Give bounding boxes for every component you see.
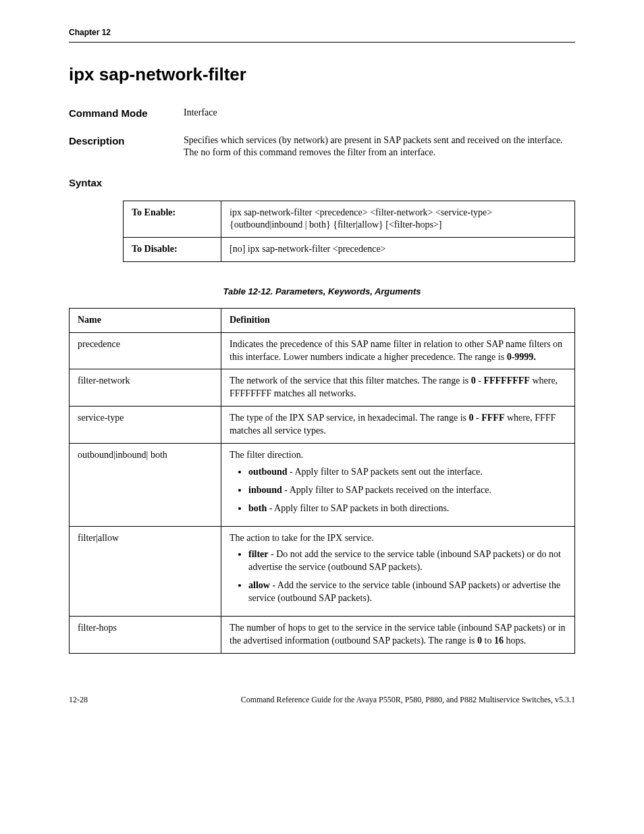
text-bold: 16	[494, 635, 504, 646]
description-value: Specifies which services (by network) ar…	[184, 134, 575, 160]
command-mode-label: Command Mode	[69, 107, 184, 120]
text-bold: outbound	[248, 467, 288, 477]
text: -	[474, 413, 482, 423]
text: to	[482, 635, 494, 646]
text-bold: 0-9999.	[507, 352, 536, 362]
param-def: The network of the service that this fil…	[221, 369, 575, 407]
list-item: both - Apply filter to SAP packets in bo…	[248, 502, 566, 515]
footer-page-number: 12-28	[69, 694, 88, 705]
text: - Do not add the service to the service …	[248, 549, 561, 572]
text: - Apply filter to SAP packets in both di…	[267, 503, 449, 513]
syntax-enable-label: To Enable:	[124, 201, 221, 238]
table-caption: Table 12-12. Parameters, Keywords, Argum…	[69, 286, 575, 298]
param-def: Indicates the precedence of this SAP nam…	[221, 332, 575, 369]
text: - Apply filter to SAP packets received o…	[282, 485, 491, 495]
list-item: inbound - Apply filter to SAP packets re…	[248, 484, 566, 497]
description-label: Description	[69, 134, 184, 148]
text-bold: both	[248, 503, 267, 513]
table-row: To Enable: ipx sap-network-filter <prece…	[124, 201, 575, 238]
syntax-enable-value: ipx sap-network-filter <precedence> <fil…	[221, 201, 575, 238]
list-item: outbound - Apply filter to SAP packets s…	[248, 466, 566, 479]
page-footer: 12-28 Command Reference Guide for the Av…	[69, 694, 575, 705]
text: The network of the service that this fil…	[230, 375, 471, 386]
table-row: filter-hops The number of hops to get to…	[70, 617, 575, 654]
col-header-definition: Definition	[221, 308, 575, 332]
table-header-row: Name Definition	[70, 308, 575, 332]
text: The type of the IPX SAP service, in hexa…	[230, 413, 469, 423]
bullet-list: outbound - Apply filter to SAP packets s…	[230, 466, 566, 515]
text-bold: 0	[471, 375, 476, 386]
param-name: filter|allow	[70, 526, 221, 616]
text: - Apply filter to SAP packets sent out t…	[288, 467, 483, 477]
syntax-label: Syntax	[69, 176, 575, 190]
param-name: precedence	[70, 332, 221, 369]
text-bold: 0	[469, 413, 474, 423]
params-table: Name Definition precedence Indicates the…	[69, 308, 575, 654]
table-row: outbound|inbound| both The filter direct…	[70, 444, 575, 527]
text-bold: inbound	[248, 485, 282, 495]
list-item: allow - Add the service to the service t…	[248, 579, 566, 605]
param-def: The type of the IPX SAP service, in hexa…	[221, 407, 575, 444]
param-name: outbound|inbound| both	[70, 444, 221, 527]
syntax-table: To Enable: ipx sap-network-filter <prece…	[123, 201, 575, 263]
text: hops.	[504, 635, 526, 646]
text-bold: FFFF	[481, 413, 504, 423]
chapter-header: Chapter 12	[69, 27, 575, 43]
param-def: The action to take for the IPX service. …	[221, 526, 575, 616]
text: The filter direction.	[230, 450, 303, 460]
text-bold: 0	[477, 635, 482, 646]
table-row: service-type The type of the IPX SAP ser…	[70, 407, 575, 444]
command-mode-value: Interface	[184, 107, 575, 120]
text-bold: filter	[248, 549, 269, 559]
param-name: filter-network	[70, 369, 221, 407]
param-name: service-type	[70, 407, 221, 444]
syntax-disable-label: To Disable:	[124, 238, 221, 262]
text-bold: FFFFFFFF	[483, 375, 529, 386]
text-bold: allow	[248, 580, 270, 590]
list-item: filter - Do not add the service to the s…	[248, 548, 566, 574]
page-title: ipx sap-network-filter	[69, 63, 575, 86]
text: - Add the service to the service table (…	[248, 580, 560, 603]
text: -	[476, 375, 484, 386]
footer-text: Command Reference Guide for the Avaya P5…	[241, 694, 575, 705]
param-def: The filter direction. outbound - Apply f…	[221, 444, 575, 527]
table-row: filter-network The network of the servic…	[70, 369, 575, 407]
param-def: The number of hops to get to the service…	[221, 617, 575, 654]
col-header-name: Name	[70, 308, 221, 332]
text: The action to take for the IPX service.	[230, 533, 374, 543]
param-name: filter-hops	[70, 617, 221, 654]
table-row: filter|allow The action to take for the …	[70, 526, 575, 616]
table-row: To Disable: [no] ipx sap-network-filter …	[124, 238, 575, 262]
table-row: precedence Indicates the precedence of t…	[70, 332, 575, 369]
bullet-list: filter - Do not add the service to the s…	[230, 548, 566, 605]
syntax-disable-value: [no] ipx sap-network-filter <precedence>	[221, 238, 575, 262]
